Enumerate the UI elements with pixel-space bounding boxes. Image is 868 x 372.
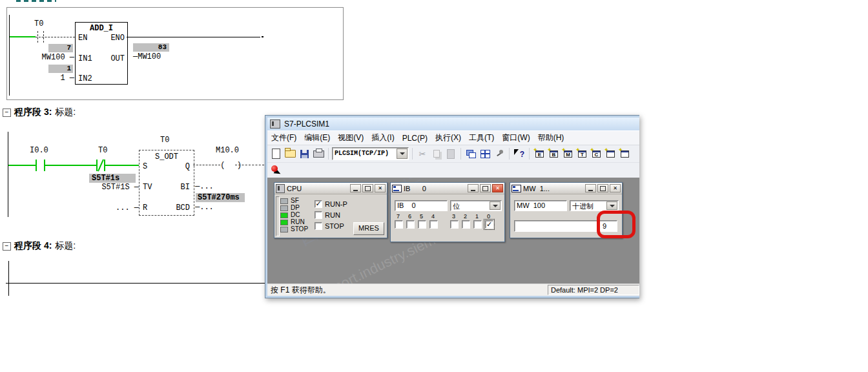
plcsim-titlebar[interactable]: S7-PLCSIM1 xyxy=(267,118,639,130)
add-i-block[interactable]: ADD_I EN ENO IN1 OUT IN2 xyxy=(75,22,128,85)
tile-windows-button[interactable] xyxy=(479,147,491,160)
dropdown-arrow-icon[interactable] xyxy=(397,149,408,159)
mw-titlebar[interactable]: MW 1... ✕ xyxy=(510,183,622,194)
cpu-window[interactable]: CPU ✕ SF DP DC R xyxy=(274,182,388,238)
network4-title[interactable]: 标题: xyxy=(55,240,76,252)
menu-plc[interactable]: PLC(P) xyxy=(398,132,431,145)
network3-header[interactable]: − 程序段 3: 标题: xyxy=(3,107,76,118)
minimize-button[interactable] xyxy=(350,184,361,192)
minimize-button[interactable] xyxy=(585,184,596,192)
pin-q: Q xyxy=(185,162,190,171)
save-button[interactable] xyxy=(298,147,311,160)
menu-execute[interactable]: 执行(X) xyxy=(431,130,465,145)
dropdown-arrow-icon[interactable] xyxy=(490,202,501,210)
bit-4-checkbox[interactable] xyxy=(429,220,438,229)
in2-operand[interactable]: 1 — xyxy=(33,74,74,83)
insert-memory-button[interactable]: ✦M xyxy=(561,147,574,160)
restore-button[interactable] xyxy=(362,184,373,192)
screenshot-root: T0 ADD_I EN ENO IN1 OUT IN2 7 MW100 — 1 … xyxy=(0,0,868,372)
bit-3-checkbox[interactable] xyxy=(450,220,459,229)
record-pin-button[interactable] xyxy=(269,164,282,177)
plcsim-window[interactable]: S7-PLCSIM1 文件(F) 编辑(E) 视图(V) 插入(I) PLC(P… xyxy=(265,115,639,298)
ib-address-field[interactable]: IB 0 xyxy=(395,200,448,211)
print-button[interactable] xyxy=(312,147,325,160)
minimize-button[interactable] xyxy=(468,184,479,192)
insert-generic-button[interactable]: ✦ xyxy=(604,147,617,160)
open-button[interactable] xyxy=(284,147,296,160)
restore-button[interactable] xyxy=(597,184,608,192)
led-label: SF xyxy=(291,197,299,204)
restore-button[interactable] xyxy=(480,184,491,192)
empty-rung xyxy=(6,283,266,284)
menu-help[interactable]: 帮助(H) xyxy=(534,130,568,145)
pin-r: R xyxy=(143,203,147,212)
contact-operand[interactable]: T0 xyxy=(98,147,107,155)
toolbar-separator xyxy=(460,148,461,160)
bit-7-checkbox[interactable] xyxy=(395,220,403,229)
close-button[interactable]: ✕ xyxy=(610,184,621,192)
cpu-titlebar[interactable]: CPU ✕ xyxy=(274,183,387,194)
in1-operand[interactable]: MW100 — xyxy=(33,53,74,62)
out-operand[interactable]: —MW100 xyxy=(133,52,161,61)
mw-format-dropdown[interactable]: 十进制 xyxy=(570,200,619,211)
contact-bar xyxy=(36,160,37,171)
menu-insert[interactable]: 插入(I) xyxy=(367,130,398,145)
context-help-button[interactable]: ? xyxy=(513,147,526,160)
menu-file[interactable]: 文件(F) xyxy=(267,130,300,145)
close-button[interactable]: ✕ xyxy=(492,184,503,192)
toolbar-separator xyxy=(328,148,329,160)
status-help-text: 按 F1 获得帮助。 xyxy=(271,285,331,296)
insert-timer-button[interactable]: ✦T xyxy=(575,147,588,160)
pin-en: EN xyxy=(78,34,87,43)
dropdown-arrow-icon[interactable] xyxy=(606,202,617,210)
bcd-operand[interactable]: —... xyxy=(195,203,214,212)
insert-vertical-bits-button[interactable]: ✦ xyxy=(618,147,631,160)
contact-operand[interactable]: T0 xyxy=(34,20,43,28)
coil-operand[interactable]: M10.0 xyxy=(216,147,239,155)
r-operand[interactable]: ... — xyxy=(108,203,139,212)
run-checkbox[interactable] xyxy=(315,211,322,219)
ib-format-dropdown[interactable]: 位 xyxy=(450,200,502,211)
bit-6-checkbox[interactable] xyxy=(406,220,415,229)
menu-window[interactable]: 窗口(W) xyxy=(498,130,533,145)
bi-operand[interactable]: —... xyxy=(195,182,214,191)
ib-window[interactable]: IB 0 ✕ IB 0 位 7 6 5 xyxy=(390,182,505,242)
bit-label-2: 2 xyxy=(464,213,467,220)
mres-button[interactable]: MRES xyxy=(353,222,384,235)
cpu-icon xyxy=(276,184,285,193)
bit-1-checkbox[interactable] xyxy=(473,220,482,229)
paste-button xyxy=(444,147,457,160)
pin-button[interactable] xyxy=(493,147,506,160)
menu-view[interactable]: 视图(V) xyxy=(334,130,367,145)
insert-output-button[interactable]: ✦B xyxy=(547,147,560,160)
bit-0-checkbox[interactable]: ✓ xyxy=(485,220,493,229)
ib-titlebar[interactable]: IB 0 ✕ xyxy=(391,183,504,194)
collapse-icon[interactable]: − xyxy=(3,242,11,251)
led-dp xyxy=(280,205,288,211)
contact-operand[interactable]: I0.0 xyxy=(30,147,48,155)
mw-address-field[interactable]: MW 100 xyxy=(514,200,567,211)
eno-wire-end-dot xyxy=(262,36,264,37)
led-label: DC xyxy=(291,211,300,218)
run-p-checkbox[interactable]: ✓ xyxy=(315,200,322,208)
insert-input-button[interactable]: ✦E xyxy=(533,147,546,160)
menu-edit[interactable]: 编辑(E) xyxy=(300,130,334,145)
interface-dropdown[interactable]: PLCSIM(TCP/IP) xyxy=(332,147,409,160)
network3-title[interactable]: 标题: xyxy=(55,107,76,118)
close-button[interactable]: ✕ xyxy=(375,184,386,192)
menu-tools[interactable]: 工具(T) xyxy=(465,130,498,145)
insert-counter-button[interactable]: ✦C xyxy=(590,147,603,160)
bit-5-checkbox[interactable] xyxy=(418,220,426,229)
power-rail xyxy=(8,261,9,296)
bit-2-checkbox[interactable] xyxy=(462,220,470,229)
cascade-windows-button[interactable] xyxy=(464,147,477,160)
bit-label-7: 7 xyxy=(397,213,400,220)
collapse-icon[interactable]: − xyxy=(3,108,11,117)
network4-header[interactable]: − 程序段 4: 标题: xyxy=(3,240,76,252)
rung-dashed-segment xyxy=(36,37,75,37)
timer-operand[interactable]: T0 xyxy=(160,136,169,145)
stop-checkbox[interactable] xyxy=(315,222,322,230)
s-odt-block[interactable]: S_ODT S Q TV BI R BCD xyxy=(139,150,194,216)
tv-operand[interactable]: S5T#1S — xyxy=(90,183,139,192)
new-button[interactable] xyxy=(269,147,282,160)
